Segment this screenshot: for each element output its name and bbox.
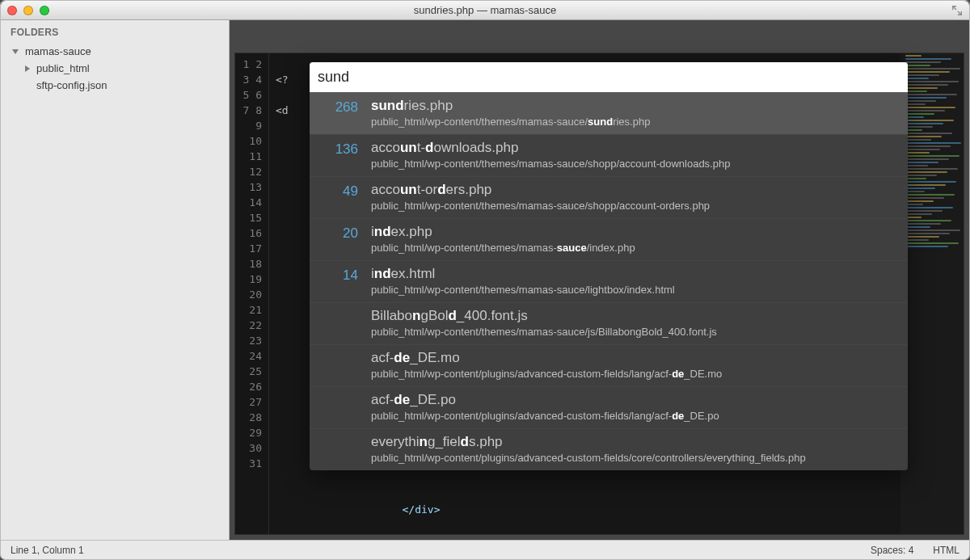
result-path: public_html/wp-content/themes/mamas-sauc…	[371, 116, 895, 128]
result-path: public_html/wp-content/plugins/advanced-…	[371, 410, 895, 422]
result-score: .	[323, 350, 358, 368]
result-score: 14	[323, 266, 358, 284]
result-title: index.php	[371, 224, 895, 240]
result-title: acf-de_DE.mo	[371, 350, 895, 366]
goto-result[interactable]: .acf-de_DE.mopublic_html/wp-content/plug…	[310, 344, 908, 386]
zoom-window-button[interactable]	[40, 6, 49, 15]
result-score: 136	[323, 140, 358, 158]
goto-anything-overlay: 268sundries.phppublic_html/wp-content/th…	[310, 62, 908, 470]
tree-item[interactable]: sftp-config.json	[1, 77, 229, 94]
result-score: 268	[323, 98, 358, 116]
goto-result[interactable]: 136account-downloads.phppublic_html/wp-c…	[310, 134, 908, 176]
result-path: public_html/wp-content/themes/mamas-sauc…	[371, 242, 895, 254]
window-title: sundries.php — mamas-sauce	[1, 4, 969, 16]
close-window-button[interactable]	[7, 6, 17, 15]
status-indentation[interactable]: Spaces: 4	[871, 545, 913, 556]
goto-anything-input[interactable]	[310, 62, 908, 92]
status-cursor-position[interactable]: Line 1, Column 1	[11, 545, 84, 556]
tree-item-label: mamas-sauce	[25, 45, 91, 57]
result-path: public_html/wp-content/plugins/advanced-…	[371, 368, 895, 380]
result-path: public_html/wp-content/plugins/advanced-…	[371, 452, 895, 464]
goto-result[interactable]: .BillabongBold_400.font.jspublic_html/wp…	[310, 302, 908, 344]
disclosure-down-icon	[12, 49, 19, 54]
goto-result[interactable]: 20index.phppublic_html/wp-content/themes…	[310, 218, 908, 260]
result-path: public_html/wp-content/themes/mamas-sauc…	[371, 200, 895, 212]
tree-item-label: public_html	[36, 62, 90, 74]
result-title: acf-de_DE.po	[371, 392, 895, 408]
result-title: everything_fields.php	[371, 434, 895, 450]
sidebar: FOLDERS mamas-saucepublic_htmlsftp-confi…	[1, 20, 230, 540]
tree-item[interactable]: mamas-sauce	[1, 43, 229, 60]
result-title: account-downloads.php	[371, 140, 895, 156]
result-title: index.html	[371, 266, 895, 282]
result-title: account-orders.php	[371, 182, 895, 198]
tab-strip[interactable]	[230, 20, 969, 53]
result-title: BillabongBold_400.font.js	[371, 308, 895, 324]
goto-result[interactable]: .acf-de_DE.popublic_html/wp-content/plug…	[310, 386, 908, 428]
goto-results-list: 268sundries.phppublic_html/wp-content/th…	[310, 92, 908, 470]
result-path: public_html/wp-content/themes/mamas-sauc…	[371, 284, 895, 296]
goto-result[interactable]: 268sundries.phppublic_html/wp-content/th…	[310, 92, 908, 134]
goto-result[interactable]: 14index.htmlpublic_html/wp-content/theme…	[310, 260, 908, 302]
result-path: public_html/wp-content/themes/mamas-sauc…	[371, 158, 895, 170]
status-bar: Line 1, Column 1 Spaces: 4 HTML	[1, 540, 969, 559]
minimize-window-button[interactable]	[23, 6, 33, 15]
result-path: public_html/wp-content/themes/mamas-sauc…	[371, 326, 895, 338]
result-score: .	[323, 308, 358, 326]
result-title: sundries.php	[371, 98, 895, 114]
sidebar-header: FOLDERS	[1, 25, 229, 43]
status-syntax[interactable]: HTML	[933, 545, 959, 556]
tree-item[interactable]: public_html	[1, 60, 229, 77]
title-bar: sundries.php — mamas-sauce	[1, 1, 969, 20]
tree-item-label: sftp-config.json	[36, 79, 107, 91]
result-score: 49	[323, 182, 358, 200]
result-score: 20	[323, 224, 358, 242]
traffic-lights	[7, 6, 49, 15]
expand-icon[interactable]	[951, 5, 963, 16]
result-score: .	[323, 392, 358, 410]
minimap[interactable]	[900, 53, 964, 534]
line-number-gutter: 1 2 3 4 5 6 7 8 9 10 11 12 13 14 15 16 1…	[235, 53, 269, 534]
goto-result[interactable]: .everything_fields.phppublic_html/wp-con…	[310, 428, 908, 470]
goto-result[interactable]: 49account-orders.phppublic_html/wp-conte…	[310, 176, 908, 218]
disclosure-right-icon	[25, 65, 30, 72]
result-score: .	[323, 434, 358, 452]
